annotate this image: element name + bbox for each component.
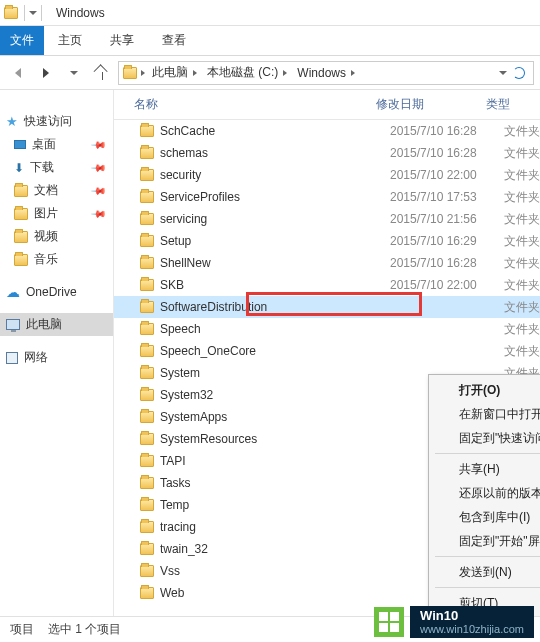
file-row[interactable]: Speech_OneCore文件夹 [114,340,540,362]
arrow-left-icon [15,68,21,78]
ctx-restore-prev[interactable]: 还原以前的版本(V) [429,481,540,505]
file-row[interactable]: ServiceProfiles2015/7/10 17:53文件夹 [114,186,540,208]
nav-quick-access[interactable]: ★快速访问 [0,110,113,133]
file-name: SchCache [160,124,390,138]
file-date: 2015/7/10 16:28 [390,146,504,160]
file-name: ShellNew [160,256,390,270]
folder-icon [140,169,154,181]
folder-icon [140,565,154,577]
nav-this-pc[interactable]: 此电脑 [0,313,113,336]
file-name: Tasks [160,476,390,490]
file-row[interactable]: servicing2015/7/10 21:56文件夹 [114,208,540,230]
folder-icon [140,147,154,159]
file-list-pane: 名称 修改日期 类型 SchCache2015/7/10 16:28文件夹sch… [114,90,540,616]
ctx-pin-quick[interactable]: 固定到"快速访问" [429,426,540,450]
col-type[interactable]: 类型 [486,96,510,113]
nav-pictures[interactable]: 图片📌 [0,202,113,225]
file-name: security [160,168,390,182]
breadcrumb-bar[interactable]: 此电脑 本地磁盘 (C:) Windows [118,61,534,85]
ribbon-tabs: 文件 主页 共享 查看 [0,26,540,56]
file-name: System32 [160,388,390,402]
file-row[interactable]: SchCache2015/7/10 16:28文件夹 [114,120,540,142]
monitor-icon [6,319,20,330]
pin-icon: 📌 [91,136,107,152]
file-type: 文件夹 [504,343,540,360]
nav-onedrive[interactable]: ☁OneDrive [0,281,113,303]
folder-icon [140,455,154,467]
ctx-share[interactable]: 共享(H) [429,457,540,481]
tab-share[interactable]: 共享 [96,26,148,55]
column-headers[interactable]: 名称 修改日期 类型 [114,90,540,120]
folder-icon [14,185,28,197]
file-name: Speech_OneCore [160,344,390,358]
ctx-include-library[interactable]: 包含到库中(I) [429,505,540,529]
file-type: 文件夹 [504,167,540,184]
folder-icon [14,231,28,243]
col-name[interactable]: 名称 [134,96,376,113]
folder-icon [140,521,154,533]
quick-access-toolbar [24,5,42,21]
file-row[interactable]: SoftwareDistribution文件夹 [114,296,540,318]
file-row[interactable]: Speech文件夹 [114,318,540,340]
ctx-send-to[interactable]: 发送到(N) [429,560,540,584]
folder-icon [140,257,154,269]
nav-downloads[interactable]: ⬇下载📌 [0,156,113,179]
file-row[interactable]: Setup2015/7/10 16:29文件夹 [114,230,540,252]
folder-icon [140,587,154,599]
folder-icon [140,477,154,489]
recent-dropdown[interactable] [62,61,86,85]
ctx-open[interactable]: 打开(O) [429,378,540,402]
status-items: 项目 [10,621,34,638]
nav-videos[interactable]: 视频 [0,225,113,248]
file-date: 2015/7/10 16:28 [390,256,504,270]
qat-dropdown-icon[interactable] [29,11,37,15]
watermark: Win10 www.win10zhijia.com [374,606,534,638]
desktop-icon [14,140,26,149]
file-type: 文件夹 [504,233,540,250]
file-date: 2015/7/10 22:00 [390,168,504,182]
file-row[interactable]: security2015/7/10 22:00文件夹 [114,164,540,186]
file-name: schemas [160,146,390,160]
file-row[interactable]: ShellNew2015/7/10 16:28文件夹 [114,252,540,274]
folder-icon [140,367,154,379]
file-name: twain_32 [160,542,390,556]
folder-icon [123,67,137,79]
file-name: Web [160,586,390,600]
file-type: 文件夹 [504,211,540,228]
file-type: 文件夹 [504,189,540,206]
watermark-text: Win10 www.win10zhijia.com [410,606,534,638]
watermark-logo [374,607,404,637]
address-bar-row: 此电脑 本地磁盘 (C:) Windows [0,56,540,90]
nav-music[interactable]: 音乐 [0,248,113,271]
title-bar: Windows [0,0,540,26]
forward-button[interactable] [34,61,58,85]
refresh-icon[interactable] [513,67,525,79]
file-name: TAPI [160,454,390,468]
crumb-windows[interactable]: Windows [294,66,360,80]
file-type: 文件夹 [504,255,540,272]
network-icon [6,352,18,364]
file-row[interactable]: schemas2015/7/10 16:28文件夹 [114,142,540,164]
crumb-thispc[interactable]: 此电脑 [149,64,202,81]
folder-icon [140,389,154,401]
ctx-separator [435,587,540,588]
nav-desktop[interactable]: 桌面📌 [0,133,113,156]
arrow-right-icon [43,68,49,78]
tab-file[interactable]: 文件 [0,26,44,55]
up-button[interactable] [90,61,114,85]
addr-dropdown-icon[interactable] [499,71,507,75]
back-button[interactable] [6,61,30,85]
file-row[interactable]: SKB2015/7/10 22:00文件夹 [114,274,540,296]
pin-icon: 📌 [91,205,107,221]
nav-network[interactable]: 网络 [0,346,113,369]
tab-view[interactable]: 查看 [148,26,200,55]
col-date[interactable]: 修改日期 [376,96,486,113]
ctx-open-new-window[interactable]: 在新窗口中打开(E) [429,402,540,426]
ctx-pin-start[interactable]: 固定到"开始"屏幕(P) [429,529,540,553]
file-name: SKB [160,278,390,292]
tab-home[interactable]: 主页 [44,26,96,55]
crumb-drive[interactable]: 本地磁盘 (C:) [204,64,292,81]
nav-documents[interactable]: 文档📌 [0,179,113,202]
file-name: tracing [160,520,390,534]
folder-icon [14,208,28,220]
